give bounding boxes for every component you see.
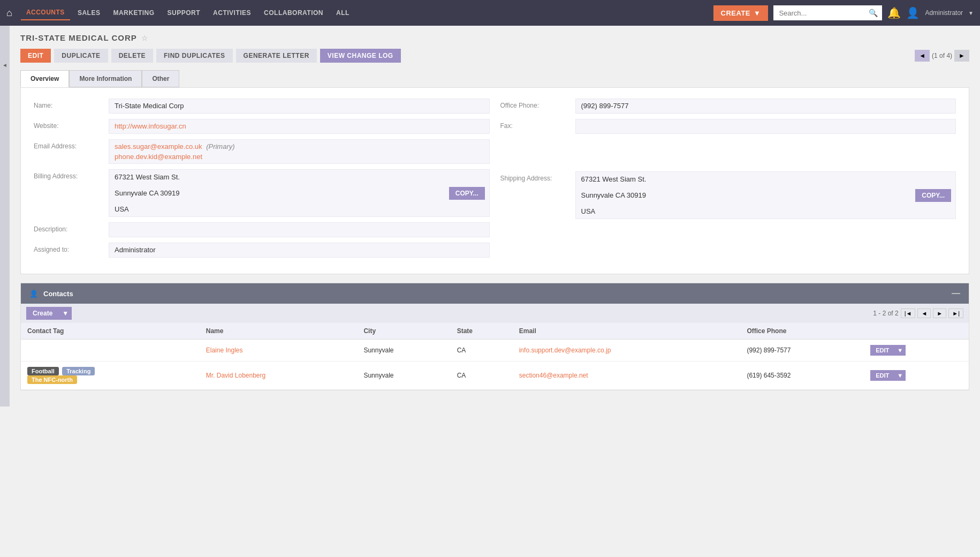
email-field-row: Email Address: sales.sugar@example.co.uk… [34, 139, 490, 164]
nav-accounts[interactable]: ACCOUNTS [21, 5, 70, 20]
generate-letter-button[interactable]: GENERATE LETTER [236, 49, 317, 63]
sidebar-toggle[interactable]: ◄ [0, 26, 10, 407]
contacts-pagination-label: 1 - 2 of 2 [873, 310, 898, 317]
contact-name-link[interactable]: Elaine Ingles [206, 347, 243, 354]
spacer-row [500, 139, 956, 166]
user-avatar-icon[interactable]: 👤 [906, 6, 920, 19]
contact-name-link[interactable]: Mr. David Lobenberg [206, 372, 265, 379]
form-right-col: Office Phone: (992) 899-7577 Fax: Shippi… [500, 99, 956, 263]
contact-email-link[interactable]: info.support.dev@example.co.jp [519, 347, 611, 354]
tag-nfc: The NFC-north [27, 375, 77, 384]
shipping-copy-button[interactable]: COPY... [915, 189, 951, 202]
assigned-value: Administrator [109, 243, 490, 258]
record-pagination: ◄ (1 of 4) ► [915, 50, 969, 62]
email-primary-value[interactable]: sales.sugar@example.co.uk [115, 142, 202, 150]
pagination-next-button[interactable]: ► [954, 50, 969, 62]
description-value[interactable] [109, 222, 490, 237]
contact-email-cell: section46@example.net [513, 362, 741, 390]
contact-city-cell: Sunnyvale [357, 340, 450, 362]
create-dropdown-icon: ▼ [754, 9, 761, 17]
email-secondary-value[interactable]: phone.dev.kid@example.net [115, 153, 484, 161]
view-change-log-button[interactable]: VIEW CHANGE LOG [320, 49, 401, 63]
contact-name-cell: Mr. David Lobenberg [200, 362, 358, 390]
pagination-prev-button[interactable]: ◄ [915, 50, 930, 62]
contacts-panel-title: Contacts [43, 290, 73, 298]
website-value[interactable]: http://www.infosugar.cn [109, 119, 490, 134]
notifications-icon[interactable]: 🔔 [887, 6, 901, 19]
email-primary-tag: (Primary) [206, 142, 234, 150]
contacts-prev-button[interactable]: ◄ [917, 308, 931, 318]
fax-field-row: Fax: [500, 119, 956, 134]
home-button[interactable]: ⌂ [6, 7, 12, 19]
nav-collaboration[interactable]: COLLABORATION [259, 6, 329, 20]
contact-state-cell: CA [451, 340, 513, 362]
contacts-table-body: Elaine Ingles Sunnyvale CA info.support.… [21, 340, 969, 390]
contact-city-cell: Sunnyvale [357, 362, 450, 390]
shipping-address-row: Shipping Address: 67321 West Siam St. Su… [500, 171, 956, 219]
fax-label: Fax: [500, 119, 575, 130]
contact-phone-cell: (992) 899-7577 [740, 340, 864, 362]
contact-edit-cell: EDIT ▼ [864, 340, 969, 362]
main-content: TRI-STATE MEDICAL CORP ☆ EDIT DUPLICATE … [10, 26, 980, 407]
assigned-label: Assigned to: [34, 243, 109, 253]
contacts-header-row: Contact Tag Name City State Email Office… [21, 323, 969, 340]
find-duplicates-button[interactable]: FIND DUPLICATES [156, 49, 233, 63]
tab-other[interactable]: Other [142, 70, 179, 87]
nav-all[interactable]: ALL [331, 6, 355, 20]
billing-street: 67321 West Siam St. [115, 173, 446, 181]
user-name-label[interactable]: Administrator [925, 9, 963, 17]
contacts-last-button[interactable]: ►| [948, 308, 963, 318]
duplicate-button[interactable]: DUPLICATE [54, 49, 108, 63]
tab-more-information[interactable]: More Information [69, 70, 142, 87]
col-state: State [451, 323, 513, 340]
nav-right-section: CREATE ▼ 🔍 🔔 👤 Administrator ▼ [713, 5, 974, 21]
email-label: Email Address: [34, 139, 109, 150]
contacts-next-button[interactable]: ► [933, 308, 946, 318]
contacts-create-button[interactable]: Create [26, 307, 59, 320]
contacts-pagination: 1 - 2 of 2 |◄ ◄ ► ►| [873, 308, 963, 318]
contact-edit-dropdown-button[interactable]: ▼ [894, 345, 906, 356]
nav-sales[interactable]: SALES [72, 6, 106, 20]
billing-address-value: 67321 West Siam St. Sunnyvale CA 30919 U… [109, 169, 490, 217]
favorite-star-icon[interactable]: ☆ [141, 34, 148, 42]
tag-football: Football [27, 367, 59, 375]
contact-state-cell: CA [451, 362, 513, 390]
delete-button[interactable]: DELETE [111, 49, 153, 63]
shipping-city-state-zip: Sunnyvale CA 30919 [581, 191, 913, 199]
tab-overview[interactable]: Overview [20, 70, 69, 87]
billing-address-label: Billing Address: [34, 169, 109, 180]
contacts-first-button[interactable]: |◄ [901, 308, 916, 318]
office-phone-label: Office Phone: [500, 99, 575, 109]
create-button[interactable]: CREATE ▼ [713, 5, 769, 21]
nav-support[interactable]: SUPPORT [162, 6, 206, 20]
contact-edit-group: EDIT ▼ [870, 370, 962, 381]
contact-edit-group: EDIT ▼ [870, 345, 962, 356]
top-navigation: ⌂ ACCOUNTS SALES MARKETING SUPPORT ACTIV… [0, 0, 980, 26]
shipping-country: USA [581, 207, 913, 215]
contact-edit-dropdown-button[interactable]: ▼ [894, 370, 906, 381]
contact-tag-cell: Football Tracking The NFC-north [21, 362, 200, 390]
contacts-minimize-button[interactable]: — [952, 289, 960, 298]
contact-edit-button[interactable]: EDIT [870, 370, 894, 381]
billing-city-state-zip: Sunnyvale CA 30919 [115, 189, 446, 197]
page-title: TRI-STATE MEDICAL CORP [20, 33, 137, 42]
name-field-row: Name: Tri-State Medical Corp [34, 99, 490, 114]
contact-edit-button[interactable]: EDIT [870, 345, 894, 356]
table-row: Elaine Ingles Sunnyvale CA info.support.… [21, 340, 969, 362]
contact-email-link[interactable]: section46@example.net [519, 372, 588, 379]
nav-marketing[interactable]: MARKETING [108, 6, 159, 20]
user-dropdown-icon[interactable]: ▼ [968, 10, 974, 16]
billing-copy-button[interactable]: COPY... [449, 187, 485, 200]
email-primary-row: sales.sugar@example.co.uk (Primary) [115, 142, 484, 150]
nav-activities[interactable]: ACTIVITIES [208, 6, 256, 20]
search-input[interactable] [773, 6, 864, 20]
col-contact-tag: Contact Tag [21, 323, 200, 340]
edit-button[interactable]: EDIT [20, 49, 51, 63]
contacts-toolbar: Create ▼ 1 - 2 of 2 |◄ ◄ ► ►| [21, 304, 969, 323]
search-button[interactable]: 🔍 [864, 5, 882, 20]
description-field-row: Description: [34, 222, 490, 237]
contacts-table: Contact Tag Name City State Email Office… [21, 323, 969, 390]
contacts-create-dropdown-button[interactable]: ▼ [59, 307, 72, 320]
contacts-create-group: Create ▼ [26, 307, 72, 320]
contacts-subpanel-header: 👤 Contacts — [21, 283, 969, 304]
